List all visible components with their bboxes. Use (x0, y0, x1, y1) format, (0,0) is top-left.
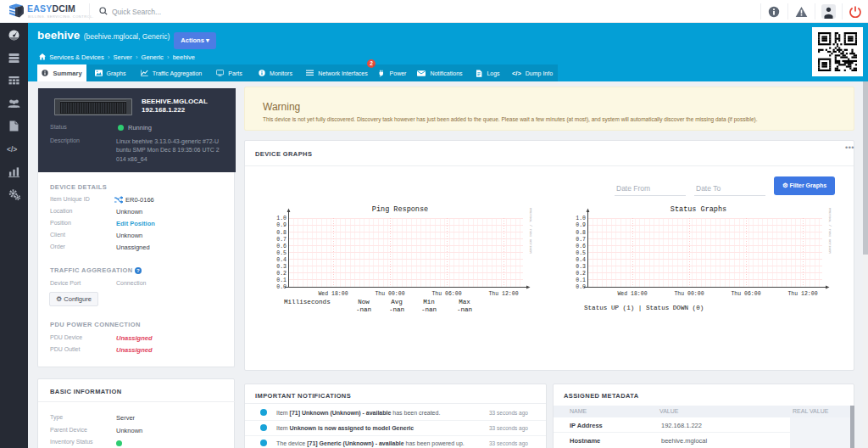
svg-text:Min: Min (423, 299, 435, 305)
svg-text:0.1: 0.1 (576, 277, 586, 283)
svg-text:0.9: 0.9 (276, 222, 287, 228)
svg-text:Wed 18:00: Wed 18:00 (318, 291, 348, 297)
svg-text:0.6: 0.6 (576, 244, 586, 249)
svg-text:Wed 18:00: Wed 18:00 (617, 291, 647, 297)
svg-text:-nan: -nan (457, 306, 472, 312)
svg-text:Milliseconds: Milliseconds (284, 299, 331, 305)
svg-text:0.7: 0.7 (276, 237, 287, 243)
svg-text:0.5: 0.5 (276, 250, 287, 256)
svg-text:-nan: -nan (421, 306, 437, 312)
svg-text:Thu 00:00: Thu 00:00 (674, 291, 704, 297)
svg-text:Thu 06:00: Thu 06:00 (731, 291, 760, 297)
svg-text:Avg: Avg (391, 299, 403, 305)
svg-text:0.8: 0.8 (576, 230, 586, 236)
svg-text:0.4: 0.4 (576, 257, 586, 263)
svg-text:0.3: 0.3 (576, 264, 586, 270)
svg-text:Max: Max (459, 299, 470, 305)
svg-text:0.7: 0.7 (576, 237, 586, 243)
svg-text:0.6: 0.6 (276, 244, 287, 249)
svg-text:Now: Now (358, 299, 370, 305)
svg-text:0.4: 0.4 (276, 257, 287, 263)
svg-text:0.5: 0.5 (576, 250, 586, 256)
svg-text:0.8: 0.8 (276, 230, 287, 236)
svg-text:Thu 12:00: Thu 12:00 (488, 291, 518, 297)
svg-text:RRDTOOL / TOBI OETIKER: RRDTOOL / TOBI OETIKER (529, 208, 533, 254)
svg-text:0.2: 0.2 (276, 271, 287, 277)
svg-text:0.3: 0.3 (276, 264, 287, 270)
svg-text:0.9: 0.9 (576, 222, 586, 228)
svg-text:-nan: -nan (356, 306, 371, 312)
svg-text:1.0: 1.0 (276, 216, 287, 221)
svg-text:Ping Response: Ping Response (372, 205, 428, 214)
svg-text:?: ? (136, 268, 140, 273)
svg-text:Thu 12:00: Thu 12:00 (787, 291, 817, 297)
svg-text:Thu 00:00: Thu 00:00 (375, 291, 404, 297)
svg-text:RRDTOOL / TOBI OETIKER: RRDTOOL / TOBI OETIKER (828, 208, 832, 254)
svg-text:-nan: -nan (389, 306, 404, 312)
svg-text:Status Graphs: Status Graphs (670, 205, 726, 214)
svg-text:Status UP (1) | Status DOWN (0: Status UP (1) | Status DOWN (0) (584, 305, 704, 311)
svg-text:1.0: 1.0 (576, 216, 586, 221)
svg-text:Thu 06:00: Thu 06:00 (431, 291, 461, 297)
svg-text:0.2: 0.2 (576, 271, 586, 277)
svg-text:0.1: 0.1 (276, 277, 287, 283)
